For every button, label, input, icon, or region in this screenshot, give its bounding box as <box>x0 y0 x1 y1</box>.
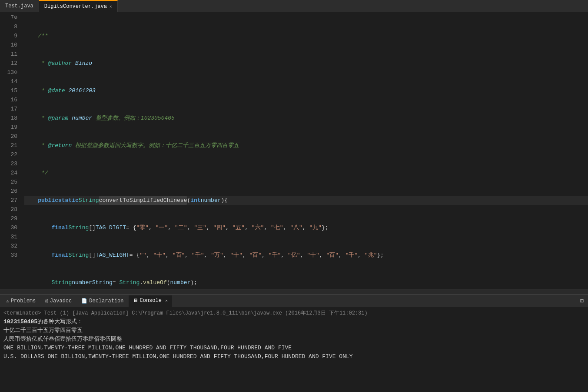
tab-bar: Test.java DigitsConverter.java ✕ <box>0 0 588 12</box>
console-line-5: U.S. DOLLARS ONE BILLION,TWENTY-THREE MI… <box>3 352 585 361</box>
tab-digitsconverter-java[interactable]: DigitsConverter.java ✕ <box>39 0 118 12</box>
code-line-10: * @param number 整型参数。例如：1023050405 <box>24 114 588 123</box>
console-line-1: 1023150405的各种大写形式： <box>3 318 585 326</box>
tab-test-java-label: Test.java <box>5 3 33 9</box>
console-close-icon[interactable]: ✕ <box>165 298 168 303</box>
panel-tab-console-label: Console <box>140 298 161 304</box>
console-line-2: 十亿二千三百十五万零四百零五 <box>3 326 585 335</box>
code-line-16: String numberString = String.valueOf(num… <box>24 278 588 287</box>
javadoc-icon: @ <box>45 298 48 304</box>
console-number-highlight: 1023150405 <box>3 318 37 325</box>
code-line-7: /** <box>24 31 588 40</box>
panel-tab-javadoc-label: Javadoc <box>50 298 72 304</box>
code-line-13: public static String convertToSimplified… <box>24 196 588 205</box>
code-line-14: final String[] TAG_DIGIT = {"零", "一", "二… <box>24 223 588 232</box>
code-line-12: */ <box>24 168 588 178</box>
panel-tab-declaration[interactable]: 📄 Declaration <box>77 295 128 307</box>
panel-tab-javadoc[interactable]: @ Javadoc <box>41 295 76 307</box>
code-area[interactable]: 7⊖ 8 9 10 11 12 13⊖ 14 15 16 17 18 19 20… <box>0 12 588 289</box>
horizontal-scrollbar[interactable] <box>0 289 588 294</box>
tab-digitsconverter-java-label: DigitsConverter.java <box>44 3 107 10</box>
panel-maximize-button[interactable]: ⊡ <box>578 297 586 305</box>
code-content: /** * @author Binzo * @date 20161203 * @… <box>21 12 588 289</box>
tab-close-icon[interactable]: ✕ <box>110 4 112 9</box>
editor: 7⊖ 8 9 10 11 12 13⊖ 14 15 16 17 18 19 20… <box>0 12 588 294</box>
console-output: <terminated> Test (1) [Java Application]… <box>0 307 588 392</box>
console-header-line: <terminated> Test (1) [Java Application]… <box>3 309 585 318</box>
console-line1-text: 的各种大写形式： <box>37 318 83 325</box>
bottom-panel: ⚠ Problems @ Javadoc 📄 Declaration 🖥 Con… <box>0 294 588 392</box>
tab-test-java[interactable]: Test.java <box>0 0 39 12</box>
panel-tabs: ⚠ Problems @ Javadoc 📄 Declaration 🖥 Con… <box>0 295 588 307</box>
console-line-3: 人民币壹拾亿贰仟叁佰壹拾伍万零肆佰零伍圆整 <box>3 335 585 344</box>
panel-tab-problems[interactable]: ⚠ Problems <box>2 295 40 307</box>
panel-tab-console[interactable]: 🖥 Console ✕ <box>129 295 172 307</box>
panel-tab-declaration-label: Declaration <box>89 298 123 304</box>
line-numbers: 7⊖ 8 9 10 11 12 13⊖ 14 15 16 17 18 19 20… <box>0 12 21 289</box>
code-line-11: * @return 根据整型参数返回大写数字。例如：十亿二千三百五万零四百零五 <box>24 141 588 150</box>
code-line-8: * @author Binzo <box>24 59 588 68</box>
console-line-4: ONE BILLION,TWENTY-THREE MILLION,ONE HUN… <box>3 344 585 352</box>
code-line-15: final String[] TAG_WEIGHT = {"", "十", "百… <box>24 251 588 260</box>
code-line-9: * @date 20161203 <box>24 86 588 95</box>
panel-tab-problems-label: Problems <box>11 298 36 304</box>
console-icon: 🖥 <box>133 298 138 303</box>
declaration-icon: 📄 <box>81 298 87 304</box>
problems-icon: ⚠ <box>6 298 9 304</box>
